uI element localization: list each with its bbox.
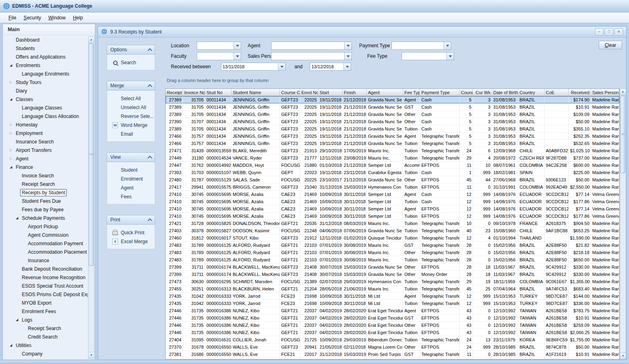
menu-item-security[interactable]: Security: [20, 14, 44, 22]
faculty-select[interactable]: [197, 52, 241, 60]
dropdown-arrow-icon[interactable]: [344, 42, 351, 49]
sidebar-item-myob-export[interactable]: MYOB Export: [3, 299, 88, 307]
table-row[interactable]: 274663175700011434JENNINGS, GriffinGEFT2…: [166, 133, 619, 140]
column-header-invoice-no[interactable]: Invoice No: [183, 89, 205, 96]
table-row[interactable]: 273893170500011434JENNINGS, GriffinGEFT2…: [166, 96, 619, 103]
collapse-icon[interactable]: ◢: [8, 165, 14, 169]
sidebar-item-revenue-income-recognition[interactable]: Revenue Income Recognition: [3, 273, 88, 282]
sidebar-item-language-classes[interactable]: Language Classes: [3, 103, 88, 112]
sidebar-item-receipts-by-student[interactable]: Receipts by Student: [3, 188, 88, 197]
scrollbar-thumb[interactable]: [89, 44, 94, 266]
dropdown-arrow-icon[interactable]: [444, 42, 451, 49]
sidebar-item-enrolment-fees[interactable]: Enrolment Fees: [3, 307, 88, 316]
table-row[interactable]: 27483317890000016125ALFORD, RudyardGEFT2…: [166, 256, 619, 263]
sidebar-item-bank-deposit-reconciliation[interactable]: Bank Deposit Reconciliation: [3, 265, 88, 273]
table-row[interactable]: 273893170500011434JENNINGS, GriffinGEFT2…: [166, 103, 619, 111]
sidebar-item-receipt-search[interactable]: Receipt Search: [3, 324, 88, 332]
sidebar-item-homestay[interactable]: ▷Homestay: [3, 120, 88, 129]
table-row[interactable]: 27480317870000015129SALAS, SadeFOCUSGEN2…: [166, 176, 619, 183]
table-row[interactable]: 27410307450000015695MORSE, AzaliaCAE2321…: [166, 205, 619, 213]
table-row[interactable]: 27483317890000016125ALFORD, RudyardGEFT2…: [166, 242, 619, 249]
sidebar-item-accommodation-placement[interactable]: Accommodation Placement: [3, 248, 88, 256]
expand-icon[interactable]: ▷: [8, 131, 14, 135]
sidebar-item-study-tours[interactable]: ▷Study Tours: [3, 78, 88, 86]
calendar-dropdown-icon[interactable]: [343, 63, 351, 70]
sidebar-item-company[interactable]: Company: [3, 349, 88, 358]
sidebar-item-enrolments[interactable]: ◢Enrolments: [3, 61, 88, 69]
panel-title-bar[interactable]: 9.3 Receipts by Student – □ ×: [98, 27, 626, 38]
scroll-up-icon[interactable]: ▲: [620, 89, 626, 95]
sidebar-item-fees-due-by-payee[interactable]: Fees due by Payee: [3, 205, 88, 214]
table-row[interactable]: 27417299410000015575BRIGGS, CameronGEFT2…: [166, 183, 619, 191]
table-row[interactable]: 27410307450000015695MORSE, AzaliaCAE2321…: [166, 191, 619, 198]
sidebar-item-esos-prisms-coe-deposit-expor[interactable]: ESOS Prisms CoE Deposit Expor: [3, 290, 88, 299]
group-header-merge[interactable]: Merge: [107, 81, 155, 90]
column-header-date-of-birth[interactable]: Date of Birth: [492, 89, 518, 96]
action-unselect-all[interactable]: Unselect All: [107, 103, 155, 112]
table-row[interactable]: 27399317110000016174BLACKWELL, MacKenzie…: [166, 263, 619, 271]
sidebar-item-esos-special-trust-account[interactable]: ESOS Special Trust Account: [3, 282, 88, 290]
table-row[interactable]: 27435310420000016333YORK, JarrodFCE23216…: [166, 292, 619, 300]
column-header-sales-person[interactable]: Sales Person: [591, 89, 619, 96]
restore-icon[interactable]: □: [605, 28, 613, 36]
scroll-down-icon[interactable]: ▼: [88, 352, 94, 358]
action-agent[interactable]: Agent: [107, 183, 155, 192]
menu-item-help[interactable]: Help: [69, 14, 86, 22]
sidebar-item-dashboard[interactable]: Dashboard: [3, 36, 88, 44]
dropdown-arrow-icon[interactable]: [344, 53, 351, 60]
dropdown-arrow-icon[interactable]: [234, 53, 241, 60]
expand-icon[interactable]: ▷: [8, 148, 14, 152]
column-header-enrol-no[interactable]: Enrol No: [300, 89, 318, 96]
table-row[interactable]: 273893170500011434JENNINGS, GriffinGEFT2…: [166, 125, 619, 133]
column-header-course[interactable]: Course: [460, 89, 473, 96]
column-header-country[interactable]: Country: [518, 89, 545, 96]
collapse-icon[interactable]: ◢: [14, 216, 20, 220]
scrollbar-thumb[interactable]: [621, 96, 625, 173]
column-header-receipt-no[interactable]: Receipt No: [166, 89, 183, 96]
action-email[interactable]: Email: [107, 130, 155, 139]
table-row[interactable]: 27446317350000016386NUNEZ, KiboGEFT21220…: [166, 314, 619, 322]
sidebar-item-language-class-allocation[interactable]: Language Class Allocation: [3, 112, 88, 120]
action-word-merge[interactable]: Word Merge: [107, 121, 155, 130]
table-row[interactable]: 27473306300000016295SCHMIDT, MarsdenFOCU…: [166, 278, 619, 285]
table-row[interactable]: 27446317350000016386NUNEZ, KiboGEFT21220…: [166, 322, 619, 329]
payment-type-select[interactable]: [391, 42, 451, 50]
table-row[interactable]: 27410307450000015695MORSE, AzaliaCAE2321…: [166, 198, 619, 205]
collapse-icon[interactable]: ◢: [8, 343, 14, 347]
table-row[interactable]: 27410307450000015695MORSE, AzaliaCAE2321…: [166, 213, 619, 220]
action-fees[interactable]: Fees: [107, 192, 155, 201]
collapse-icon[interactable]: ◢: [14, 318, 20, 322]
sidebar-item-finance[interactable]: ◢Finance: [3, 163, 88, 171]
sidebar-scrollbar[interactable]: ▲ ▼: [88, 36, 95, 359]
table-row[interactable]: 27393317030000015107WEBB, QuynnGEPT22023…: [166, 169, 619, 176]
sidebar-item-classes[interactable]: ◢Classes: [3, 95, 88, 103]
sidebar-item-credit-search[interactable]: Credit Search: [3, 332, 88, 341]
sidebar-item-accommodation-payment[interactable]: Accommodation Payment: [3, 239, 88, 248]
table-row[interactable]: 27370316780000016550WALLS, EveGEFT232094…: [166, 343, 619, 351]
received-from-date[interactable]: 13/11/2018: [221, 63, 286, 71]
group-header-print[interactable]: Print: [107, 215, 155, 225]
sidebar-item-language-enrolments[interactable]: Language Enrolments: [3, 69, 88, 78]
table-row[interactable]: 27446317350000016386NUNEZ, KiboGEFT21220…: [166, 329, 619, 336]
menu-item-file[interactable]: File: [5, 14, 20, 22]
column-header-coe[interactable]: CoE: [545, 89, 569, 96]
agent-select[interactable]: [271, 42, 352, 50]
fee-type-select[interactable]: [402, 52, 454, 60]
dropdown-arrow-icon[interactable]: [446, 53, 454, 60]
clear-button[interactable]: Clear: [599, 41, 622, 49]
column-header-fee-type[interactable]: Fee Type: [403, 89, 420, 96]
menu-item-window[interactable]: Window: [45, 14, 69, 22]
location-select[interactable]: [197, 42, 241, 50]
sidebar-item-airport-transfers[interactable]: ▷Airport Transfers: [3, 146, 88, 154]
sidebar-item-airport-pickup[interactable]: Airport Pickup: [3, 222, 88, 231]
column-header-payment-type[interactable]: Payment Type: [420, 89, 460, 96]
collapse-icon[interactable]: ◢: [8, 63, 14, 67]
column-header-stud-no[interactable]: Stud No: [205, 89, 231, 96]
minimize-icon[interactable]: –: [595, 28, 604, 36]
sidebar-item-schedule-payments[interactable]: ◢Schedule Payments: [3, 214, 88, 222]
sidebar-item-utilities[interactable]: ◢Utilities: [3, 341, 88, 349]
column-header-student-name[interactable]: Student Name: [231, 89, 280, 96]
column-header-received[interactable]: Received: [569, 89, 591, 96]
action-excel-merge[interactable]: Excel Merge: [107, 237, 155, 246]
table-row[interactable]: 27403303780000015827DODSON, KasimirFOCUS…: [166, 227, 619, 234]
